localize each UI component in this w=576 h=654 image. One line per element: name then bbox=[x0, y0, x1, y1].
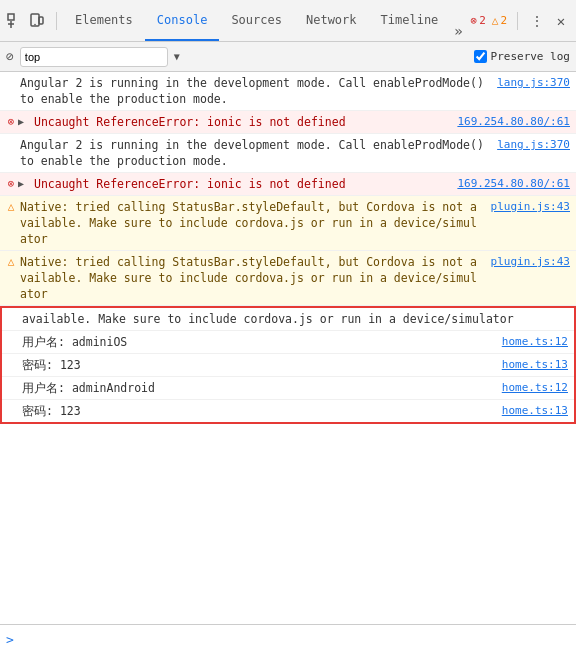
warning-icon: △ bbox=[492, 14, 499, 27]
expand-arrow-1[interactable]: ▶ bbox=[18, 114, 24, 130]
value-password-2: 123 bbox=[60, 404, 81, 418]
devtools-toolbar: Elements Console Sources Network Timelin… bbox=[0, 0, 576, 42]
close-button[interactable]: ✕ bbox=[552, 12, 570, 30]
message-text: Native: tried calling StatusBar.styleDef… bbox=[20, 254, 483, 302]
error-icon: ⊗ bbox=[471, 14, 478, 27]
message-row: available. Make sure to include cordova.… bbox=[22, 311, 568, 327]
label-username-1: 用户名: bbox=[22, 335, 65, 349]
message-text: 用户名: adminiOS bbox=[22, 334, 494, 350]
label-password-1: 密码: bbox=[22, 358, 53, 372]
toolbar-right: ⊗ 2 △ 2 ⋮ ✕ bbox=[471, 12, 571, 30]
message-source[interactable]: lang.js:370 bbox=[497, 137, 570, 153]
message-row: Angular 2 is running in the development … bbox=[20, 75, 570, 107]
preserve-log-label[interactable]: Preserve log bbox=[474, 50, 570, 63]
highlighted-section: available. Make sure to include cordova.… bbox=[0, 306, 576, 424]
console-prompt: > bbox=[6, 632, 14, 647]
more-tabs-button[interactable]: » bbox=[450, 21, 466, 41]
message-source[interactable]: 169.254.80.80/:61 bbox=[457, 176, 570, 192]
highlighted-msg-4: 密码: 123 home.ts:13 bbox=[2, 400, 574, 422]
console-message-error-2: ⊗ ▶ Uncaught ReferenceError: ionic is no… bbox=[0, 173, 576, 196]
tab-console[interactable]: Console bbox=[145, 0, 220, 41]
message-row: Uncaught ReferenceError: ionic is not de… bbox=[20, 176, 570, 192]
value-username-1: adminiOS bbox=[72, 335, 127, 349]
highlighted-msg-3: 用户名: adminAndroid home.ts:12 bbox=[2, 377, 574, 400]
tab-elements[interactable]: Elements bbox=[63, 0, 145, 41]
console-message-warning-2: △ Native: tried calling StatusBar.styleD… bbox=[0, 251, 576, 306]
warning-icon-2: △ bbox=[4, 254, 18, 270]
console-messages: Angular 2 is running in the development … bbox=[0, 72, 576, 624]
filter-icon[interactable]: ⊘ bbox=[6, 49, 14, 64]
error-badge: ⊗ 2 bbox=[471, 14, 486, 27]
message-text: Angular 2 is running in the development … bbox=[20, 75, 489, 107]
filter-input[interactable] bbox=[20, 47, 168, 67]
toolbar-icon-group bbox=[6, 12, 46, 30]
message-source[interactable]: plugin.js:43 bbox=[491, 254, 570, 270]
highlighted-msg-1: 用户名: adminiOS home.ts:12 bbox=[2, 331, 574, 354]
message-row: 密码: 123 home.ts:13 bbox=[22, 357, 568, 373]
message-source-2[interactable]: home.ts:13 bbox=[502, 357, 568, 373]
tab-timeline[interactable]: Timeline bbox=[369, 0, 451, 41]
filter-dropdown-arrow[interactable]: ▼ bbox=[174, 51, 180, 62]
message-text: 密码: 123 bbox=[22, 357, 494, 373]
devtools-window: Elements Console Sources Network Timelin… bbox=[0, 0, 576, 654]
message-text: Native: tried calling StatusBar.styleDef… bbox=[20, 199, 483, 247]
warning-count: 2 bbox=[500, 14, 507, 27]
message-source[interactable]: plugin.js:43 bbox=[491, 199, 570, 215]
message-row: 用户名: adminAndroid home.ts:12 bbox=[22, 380, 568, 396]
preserve-log-text: Preserve log bbox=[491, 50, 570, 63]
message-row: 用户名: adminiOS home.ts:12 bbox=[22, 334, 568, 350]
tab-sources[interactable]: Sources bbox=[219, 0, 294, 41]
message-source-4[interactable]: home.ts:13 bbox=[502, 403, 568, 419]
label-password-2: 密码: bbox=[22, 404, 53, 418]
label-username-2: 用户名: bbox=[22, 381, 65, 395]
tab-network[interactable]: Network bbox=[294, 0, 369, 41]
inspect-icon[interactable] bbox=[6, 12, 24, 30]
message-text: Uncaught ReferenceError: ionic is not de… bbox=[34, 176, 449, 192]
value-password-1: 123 bbox=[60, 358, 81, 372]
error-icon-1: ⊗ bbox=[4, 114, 18, 130]
console-input-bar: > bbox=[0, 624, 576, 654]
console-filter-bar: ⊘ ▼ Preserve log bbox=[0, 42, 576, 72]
svg-rect-4 bbox=[39, 17, 43, 24]
svg-point-5 bbox=[34, 23, 36, 25]
svg-rect-0 bbox=[8, 14, 14, 20]
highlighted-msg-0: available. Make sure to include cordova.… bbox=[2, 308, 574, 331]
warning-badge: △ 2 bbox=[492, 14, 507, 27]
message-source-1[interactable]: home.ts:12 bbox=[502, 334, 568, 350]
preserve-log-checkbox[interactable] bbox=[474, 50, 487, 63]
message-text: 用户名: adminAndroid bbox=[22, 380, 494, 396]
warning-icon-1: △ bbox=[4, 199, 18, 215]
message-text: Uncaught ReferenceError: ionic is not de… bbox=[34, 114, 449, 130]
message-row: Angular 2 is running in the development … bbox=[20, 137, 570, 169]
message-text: available. Make sure to include cordova.… bbox=[22, 311, 568, 327]
message-row: Native: tried calling StatusBar.styleDef… bbox=[20, 254, 570, 302]
right-divider bbox=[517, 12, 518, 30]
message-text: 密码: 123 bbox=[22, 403, 494, 419]
error-icon-2: ⊗ bbox=[4, 176, 18, 192]
message-row: Uncaught ReferenceError: ionic is not de… bbox=[20, 114, 570, 130]
console-message: Angular 2 is running in the development … bbox=[0, 72, 576, 111]
message-row: 密码: 123 home.ts:13 bbox=[22, 403, 568, 419]
menu-button[interactable]: ⋮ bbox=[528, 12, 546, 30]
message-row: Native: tried calling StatusBar.styleDef… bbox=[20, 199, 570, 247]
error-count: 2 bbox=[479, 14, 486, 27]
toolbar-divider bbox=[56, 12, 57, 30]
console-message-error-1: ⊗ ▶ Uncaught ReferenceError: ionic is no… bbox=[0, 111, 576, 134]
expand-arrow-2[interactable]: ▶ bbox=[18, 176, 24, 192]
highlighted-msg-2: 密码: 123 home.ts:13 bbox=[2, 354, 574, 377]
console-message-warning-1: △ Native: tried calling StatusBar.styleD… bbox=[0, 196, 576, 251]
message-source[interactable]: 169.254.80.80/:61 bbox=[457, 114, 570, 130]
message-source-3[interactable]: home.ts:12 bbox=[502, 380, 568, 396]
devtools-tabs: Elements Console Sources Network Timelin… bbox=[63, 0, 469, 41]
message-text: Angular 2 is running in the development … bbox=[20, 137, 489, 169]
console-message: Angular 2 is running in the development … bbox=[0, 134, 576, 173]
value-username-2: adminAndroid bbox=[72, 381, 155, 395]
device-icon[interactable] bbox=[28, 12, 46, 30]
message-source[interactable]: lang.js:370 bbox=[497, 75, 570, 91]
